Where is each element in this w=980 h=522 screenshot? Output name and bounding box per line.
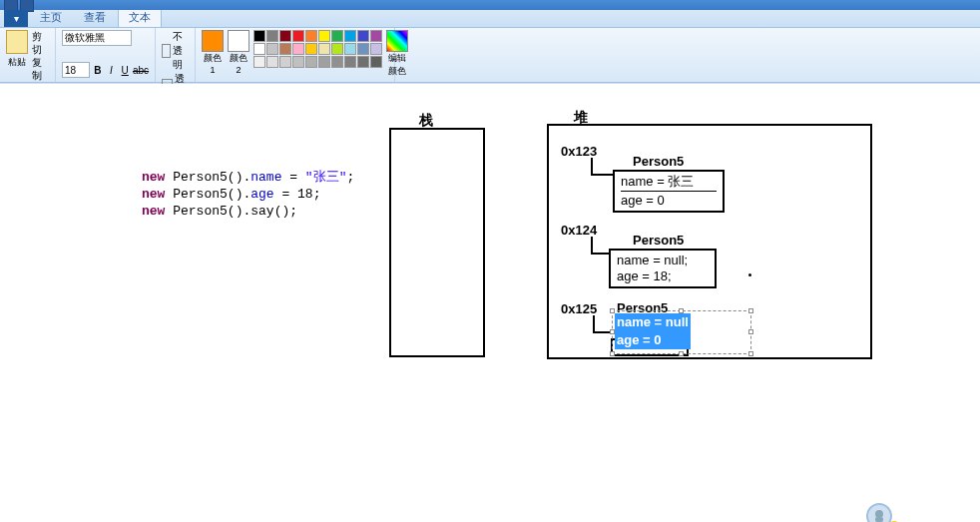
palette-color[interactable]: [370, 30, 382, 42]
color-palette: [253, 30, 382, 68]
opaque-button[interactable]: 不透明: [162, 30, 189, 72]
code-block: new Person5().name = "张三"; new Person5()…: [142, 169, 354, 220]
opaque-label: 不透明: [173, 30, 189, 72]
palette-color[interactable]: [253, 56, 265, 68]
ribbon-group-colors: 颜色 1 颜色 2 编辑颜色: [196, 28, 395, 82]
color2-button[interactable]: 颜色 2: [228, 30, 249, 75]
palette-color[interactable]: [266, 43, 278, 55]
stray-dot: [748, 273, 751, 276]
heap-obj1-name: name = 张三: [621, 174, 717, 190]
resize-handle-e[interactable]: [748, 329, 753, 334]
edit-colors-button[interactable]: 编辑颜色: [386, 30, 408, 78]
code-line-3: new Person5().say();: [142, 203, 354, 220]
palette-color[interactable]: [279, 43, 291, 55]
color2-swatch: [228, 30, 249, 52]
resize-handle-se[interactable]: [748, 351, 753, 356]
resize-handle-s[interactable]: [679, 351, 684, 356]
text-edit-line2: age = 0: [617, 331, 689, 349]
palette-color[interactable]: [292, 56, 304, 68]
heap-addr-3: 0x125: [561, 301, 597, 316]
palette-color[interactable]: [344, 56, 356, 68]
file-menu-button[interactable]: ▾: [4, 10, 28, 27]
palette-color[interactable]: [266, 56, 278, 68]
edit-colors-icon: [386, 30, 408, 52]
window-titlebar: [0, 0, 980, 10]
cut-button[interactable]: 剪切: [32, 30, 49, 56]
stack-box: [389, 128, 485, 357]
heap-addr-2: 0x124: [561, 223, 597, 238]
opaque-icon: [162, 44, 171, 58]
canvas[interactable]: new Person5().name = "张三"; new Person5()…: [0, 84, 980, 522]
font-size-select[interactable]: [62, 62, 90, 78]
palette-color[interactable]: [318, 30, 330, 42]
palette-color[interactable]: [357, 56, 369, 68]
palette-color[interactable]: [331, 30, 343, 42]
heap-obj2-age: age = 18;: [617, 268, 709, 284]
palette-color[interactable]: [344, 30, 356, 42]
edit-colors-label: 编辑颜色: [386, 52, 408, 78]
bold-button[interactable]: B: [92, 62, 104, 78]
paste-button[interactable]: 粘贴: [6, 30, 28, 69]
code-line-2: new Person5().age = 18;: [142, 186, 354, 203]
color2-label: 颜色 2: [228, 52, 249, 75]
palette-color[interactable]: [305, 56, 317, 68]
ribbon-group-font: B I U abc: [56, 28, 156, 82]
palette-color[interactable]: [370, 56, 382, 68]
palette-color[interactable]: [279, 30, 291, 42]
heap-connector-1: [591, 158, 615, 176]
resize-handle-ne[interactable]: [748, 308, 753, 313]
palette-color[interactable]: [279, 56, 291, 68]
italic-button[interactable]: I: [106, 62, 118, 78]
palette-color[interactable]: [331, 56, 343, 68]
heap-obj1-box: name = 张三 age = 0: [613, 170, 725, 213]
heap-obj2-title: Person5: [633, 233, 684, 248]
paste-icon: [6, 30, 28, 54]
palette-color[interactable]: [253, 30, 265, 42]
strike-button[interactable]: abc: [133, 62, 149, 78]
text-edit-line1: name = null: [617, 313, 689, 331]
palette-color[interactable]: [318, 56, 330, 68]
palette-color[interactable]: [318, 43, 330, 55]
resize-handle-sw[interactable]: [610, 351, 615, 356]
heap-addr-1: 0x123: [561, 144, 597, 159]
ribbon-group-clipboard: 粘贴 剪切 复制: [0, 28, 56, 82]
color1-button[interactable]: 颜色 1: [202, 30, 224, 75]
heap-obj1-title: Person5: [633, 154, 684, 169]
palette-color[interactable]: [331, 43, 343, 55]
heap-obj1-age: age = 0: [621, 191, 717, 209]
underline-button[interactable]: U: [119, 62, 131, 78]
color1-label: 颜色 1: [202, 52, 224, 75]
copy-button[interactable]: 复制: [32, 56, 49, 82]
assistant-avatar[interactable]: [866, 503, 892, 522]
ribbon-group-background: 不透明 透明: [156, 28, 196, 82]
palette-color[interactable]: [292, 30, 304, 42]
heap-obj2-name: name = null;: [617, 253, 709, 268]
tab-home[interactable]: 主页: [30, 8, 72, 27]
paste-label: 粘贴: [6, 56, 28, 69]
text-selection[interactable]: name = null age = 0: [615, 313, 691, 349]
palette-color[interactable]: [357, 43, 369, 55]
ribbon-tabs: 主页 查看 文本: [0, 10, 980, 28]
tab-text[interactable]: 文本: [118, 7, 162, 27]
svg-point-0: [875, 510, 883, 518]
font-family-select[interactable]: [62, 30, 132, 46]
ribbon: 粘贴 剪切 复制 B I U abc 不透明 透明: [0, 28, 980, 83]
robot-icon: [871, 508, 887, 522]
code-line-1: new Person5().name = "张三";: [142, 169, 354, 186]
palette-color[interactable]: [305, 30, 317, 42]
color1-swatch: [202, 30, 224, 52]
svg-rect-1: [875, 517, 883, 522]
palette-color[interactable]: [370, 43, 382, 55]
palette-color[interactable]: [253, 43, 265, 55]
palette-color[interactable]: [344, 43, 356, 55]
palette-color[interactable]: [266, 30, 278, 42]
palette-color[interactable]: [305, 43, 317, 55]
palette-color[interactable]: [292, 43, 304, 55]
heap-obj2-box: name = null; age = 18;: [609, 249, 717, 288]
palette-color[interactable]: [357, 30, 369, 42]
tab-view[interactable]: 查看: [74, 8, 116, 27]
